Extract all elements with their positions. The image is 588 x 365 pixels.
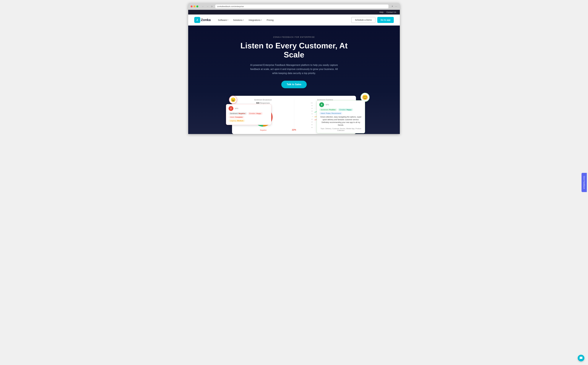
logo-name: Zonka xyxy=(201,18,211,22)
talk-to-sales-button[interactable]: Talk to Sales xyxy=(281,81,307,88)
nps-score-negative: 2 xyxy=(228,106,233,111)
browser-more-menu[interactable]: ··· xyxy=(395,5,397,8)
website-content: Help Contact Us Z Zonka Software ▾ Solut… xyxy=(188,10,400,134)
positive-feedback-card: 8 NPS Sentiment: Positive Emotion: Happy… xyxy=(317,100,365,133)
intent-tags-positive: Intent: Praise, Recommend xyxy=(319,112,362,115)
address-bar[interactable]: zonkafeedback.com/enterprise xyxy=(215,5,389,8)
nps-score-positive: 8 xyxy=(319,102,324,107)
sentiment-tags-negative: Sentiment: Negative Emotion: Angry Inten… xyxy=(228,112,269,119)
nps-label-positive: NPS xyxy=(326,104,329,105)
sentiment-tag-label: Sentiment: Negative xyxy=(228,112,247,115)
hero-section: ZONKA FEEDBACK FOR ENTERPRISE Listen to … xyxy=(188,26,400,134)
urgency-tag: Urgency: Medium xyxy=(228,119,245,122)
chevron-down-icon: ▾ xyxy=(243,19,244,21)
logo-icon: Z xyxy=(194,17,200,23)
emotion-happy-tag: Emotion: Happy xyxy=(338,108,353,111)
angry-emoji: 😠 xyxy=(229,96,237,104)
breakdown-title: Sentiment Breakdown xyxy=(235,99,291,101)
dashboard-preview: 😠 2 NPS Sentiment: Negative Emotion: Ang… xyxy=(232,96,356,134)
feedback-text-positive: Great collection, easy navigating the op… xyxy=(319,116,362,126)
chevron-down-icon: ▾ xyxy=(227,19,228,21)
main-navigation: Z Zonka Software ▾ Solutions ▾ Integrati… xyxy=(188,14,400,26)
nav-pricing[interactable]: Pricing xyxy=(267,19,274,21)
help-link[interactable]: Help xyxy=(379,11,383,13)
zonka-logo-svg: Z xyxy=(195,18,199,22)
chevron-down-icon: ▾ xyxy=(261,19,262,21)
nps-label: NPS xyxy=(235,108,238,109)
contact-link[interactable]: Contact Us xyxy=(387,11,396,13)
close-button[interactable] xyxy=(191,6,192,7)
maximize-button[interactable] xyxy=(196,6,198,7)
logo[interactable]: Z Zonka xyxy=(194,17,211,23)
svg-text:-40: -40 xyxy=(311,121,313,123)
browser-titlebar: ← → ⟳ zonkafeedback.com/enterprise + ··· xyxy=(188,3,400,10)
svg-text:Z: Z xyxy=(197,19,198,21)
emotion-tag: Emotion: Angry xyxy=(248,112,263,115)
svg-text:0: 0 xyxy=(312,116,313,117)
schedule-demo-button[interactable]: Schedule a Demo xyxy=(351,17,375,23)
address-text: zonkafeedback.com/enterprise xyxy=(217,5,244,7)
intent-tag: Intent: Complain xyxy=(228,116,244,119)
nav-solutions[interactable]: Solutions ▾ xyxy=(233,19,244,21)
intent-positive-tag: Intent: Praise, Recommend xyxy=(319,112,342,115)
svg-text:80: 80 xyxy=(311,105,312,106)
svg-text:60: 60 xyxy=(311,108,312,109)
urgency-tags: Urgency: Medium xyxy=(228,119,269,122)
svg-text:-60: -60 xyxy=(311,124,313,125)
nav-actions: Schedule a Demo Go to app xyxy=(351,17,394,23)
topic-tag: Topic: Delivery, Customer Service, Mobil… xyxy=(319,128,362,131)
traffic-lights xyxy=(191,6,198,7)
sentiment-positive-tag: Sentiment: Positive xyxy=(319,108,337,111)
reload-button[interactable]: ⟳ xyxy=(210,5,213,8)
nav-integrations[interactable]: Integrations ▾ xyxy=(249,19,262,21)
hero-label: ZONKA FEEDBACK FOR ENTERPRISE xyxy=(194,36,394,38)
hero-description: AI-powered Enterprise Feedback Managemen… xyxy=(249,63,339,75)
svg-text:20: 20 xyxy=(311,113,312,114)
sentiment-tags-positive: Sentiment: Positive Emotion: Happy xyxy=(319,108,362,111)
negative-percentage: 22% xyxy=(292,129,296,131)
svg-text:100: 100 xyxy=(311,102,313,104)
new-tab-button[interactable]: + xyxy=(391,5,393,8)
go-to-app-button[interactable]: Go to app xyxy=(377,17,394,23)
nav-software[interactable]: Software ▾ xyxy=(218,19,228,21)
back-button[interactable]: ← xyxy=(201,5,205,8)
utility-bar: Help Contact Us xyxy=(188,10,400,14)
negative-feedback-card: 2 NPS Sentiment: Negative Emotion: Angry… xyxy=(226,104,271,125)
svg-text:-20: -20 xyxy=(311,119,313,120)
browser-navigation: ← → ⟳ xyxy=(201,5,213,8)
negative-percent-label: Negative xyxy=(260,129,267,131)
forward-button[interactable]: → xyxy=(206,5,209,8)
svg-text:40: 40 xyxy=(311,110,312,112)
minimize-button[interactable] xyxy=(193,6,195,7)
svg-text:-80: -80 xyxy=(311,127,313,128)
response-count: 500 Responses xyxy=(235,102,291,104)
hero-title: Listen to Every Customer, At Scale xyxy=(234,41,354,59)
